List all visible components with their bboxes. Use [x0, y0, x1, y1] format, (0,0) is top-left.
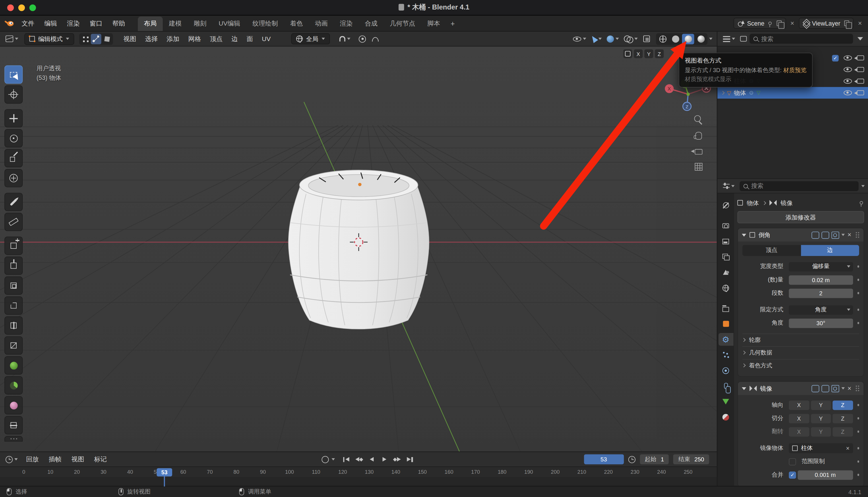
viewport-menu-item[interactable]: 添加	[162, 32, 184, 46]
add-cube-tool[interactable]	[4, 237, 23, 255]
animate-dot[interactable]	[857, 322, 859, 324]
workspace-tab[interactable]: 脚本	[421, 17, 446, 31]
segments-field[interactable]: 2	[789, 288, 853, 298]
extras-chevron-icon[interactable]	[841, 387, 845, 389]
keying-options-chevron-icon[interactable]	[332, 458, 335, 460]
drag-handle[interactable]	[855, 231, 860, 238]
collapsed-subpanel[interactable]: 着色方式	[742, 359, 859, 371]
gizmo-toggle-button[interactable]	[623, 49, 632, 58]
merge-checkbox[interactable]: ✓	[789, 471, 796, 478]
eye-icon[interactable]	[843, 55, 852, 60]
bisect-z-toggle[interactable]: Z	[833, 414, 853, 423]
merge-distance-field[interactable]: 0.001 m	[798, 470, 853, 480]
workspace-tab[interactable]: UV编辑	[213, 17, 247, 31]
topbar-menu-item[interactable]: 文件	[17, 15, 39, 31]
wireframe-shading-button[interactable]	[657, 33, 668, 44]
material-preview-shading-button[interactable]	[682, 33, 694, 44]
edit-mode-display-icon[interactable]	[811, 385, 819, 392]
unlink-scene-button[interactable]: ×	[789, 19, 796, 27]
visibility-dropdown[interactable]	[571, 36, 588, 41]
topbar-menu-item[interactable]: 帮助	[107, 15, 130, 31]
transform-tool[interactable]	[4, 169, 23, 187]
animate-dot[interactable]	[857, 460, 859, 463]
spin-tool[interactable]	[4, 376, 23, 395]
workspace-tab[interactable]: 渲染	[334, 17, 359, 31]
annotate-tool[interactable]	[4, 193, 23, 211]
object-name[interactable]: 物体	[734, 89, 746, 97]
topbar-menu-item[interactable]: 编辑	[39, 15, 62, 31]
shading-options-chevron-icon[interactable]	[709, 38, 712, 40]
transform-orientation-selector[interactable]: 全局	[291, 33, 330, 44]
tab-scene[interactable]	[718, 266, 733, 279]
zoom-window-button[interactable]	[29, 4, 36, 11]
timeline-menu-item[interactable]: 标记	[89, 453, 112, 466]
tab-render[interactable]	[718, 219, 733, 232]
timeline-ruler[interactable]: 0102030405060708090100110120130140150160…	[0, 467, 717, 486]
timeline-menu-item[interactable]: 插帧	[44, 453, 66, 466]
edge-slide-tool[interactable]	[4, 416, 23, 435]
proportional-editing-icon[interactable]	[359, 35, 366, 42]
eye-icon[interactable]	[843, 90, 852, 95]
flip-x-toggle[interactable]: X	[789, 427, 809, 436]
solid-shading-button[interactable]	[670, 33, 681, 44]
viewlayer-selector[interactable]: ViewLayer	[799, 18, 854, 29]
select-box-tool[interactable]	[4, 66, 23, 84]
current-frame-field[interactable]: 53	[584, 454, 624, 464]
animate-dot[interactable]	[857, 417, 859, 420]
snap-magnet-icon[interactable]	[339, 36, 345, 41]
clear-object-icon[interactable]: ×	[846, 445, 849, 452]
overlays-dropdown[interactable]	[605, 35, 621, 42]
scale-tool[interactable]	[4, 149, 23, 168]
snap-options-chevron-icon[interactable]	[347, 38, 351, 40]
extras-chevron-icon[interactable]	[841, 234, 845, 236]
collapse-chevron-icon[interactable]	[742, 387, 746, 390]
render-display-icon[interactable]	[832, 231, 839, 239]
new-scene-icon[interactable]	[777, 20, 781, 26]
mode-selector[interactable]: 编辑模式	[25, 33, 74, 44]
add-workspace-button[interactable]: +	[446, 19, 459, 28]
amount-field[interactable]: 0.02 m	[789, 275, 853, 285]
camera-icon[interactable]	[857, 90, 864, 95]
axis-x-button[interactable]: X	[634, 49, 643, 58]
collapsed-subpanel[interactable]: 几何数据	[742, 346, 859, 358]
close-icon[interactable]: ×	[847, 384, 852, 392]
close-window-button[interactable]	[7, 4, 14, 11]
tab-material[interactable]	[718, 411, 733, 423]
mirror-object-field[interactable]: 柱体 ×	[789, 443, 853, 453]
playhead[interactable]: 53	[157, 468, 172, 477]
prev-keyframe-button[interactable]	[353, 454, 365, 464]
axis-z-button[interactable]: Z	[655, 49, 664, 58]
minimize-window-button[interactable]	[18, 4, 25, 11]
viewport-menu-item[interactable]: 边	[227, 32, 242, 46]
poly-build-tool[interactable]	[4, 356, 23, 374]
scene-selector[interactable]: Scene	[733, 18, 786, 29]
axis-z-toggle[interactable]: Z	[833, 400, 853, 410]
workspace-tab[interactable]: 动画	[309, 17, 334, 31]
tab-tool[interactable]	[718, 199, 733, 211]
play-reverse-button[interactable]	[366, 454, 378, 464]
animate-dot[interactable]	[857, 431, 859, 432]
measure-tool[interactable]	[4, 213, 23, 231]
move-tool[interactable]	[4, 109, 23, 128]
camera-view-icon[interactable]	[694, 149, 702, 155]
tab-output[interactable]	[718, 235, 733, 247]
bevel-tool[interactable]	[4, 297, 23, 315]
angle-field[interactable]: 30°	[789, 318, 853, 328]
animate-dot[interactable]	[857, 266, 859, 268]
bisect-y-toggle[interactable]: Y	[811, 414, 831, 423]
workspace-tab[interactable]: 几何节点	[383, 17, 421, 31]
checkbox-icon[interactable]: ✓	[832, 55, 839, 61]
eye-icon[interactable]	[843, 79, 852, 84]
workspace-tab[interactable]: 纹理绘制	[246, 17, 284, 31]
outliner-search-input[interactable]: 搜索	[749, 34, 853, 44]
camera-icon[interactable]	[857, 79, 864, 84]
orthographic-grid-icon[interactable]	[694, 163, 702, 171]
camera-icon[interactable]	[857, 55, 864, 60]
tab-view-layer[interactable]	[718, 251, 733, 263]
animate-dot[interactable]	[857, 279, 859, 281]
new-viewlayer-icon[interactable]	[844, 20, 849, 26]
mirror-modifier-header[interactable]: 镜像 ×	[738, 382, 864, 395]
end-frame-field[interactable]: 结束 250	[673, 454, 709, 464]
viewport-menu-item[interactable]: 网格	[184, 32, 205, 46]
timeline-editor-type-button[interactable]	[3, 454, 20, 464]
